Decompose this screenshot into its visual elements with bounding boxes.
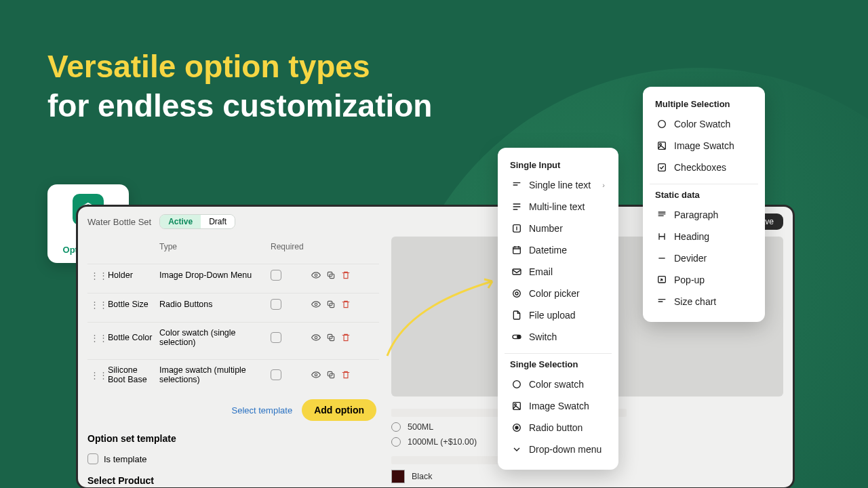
row-type: Image Drop-Down Menu bbox=[159, 270, 268, 280]
menu-item-email[interactable]: Email bbox=[502, 261, 614, 283]
eye-icon[interactable] bbox=[311, 270, 321, 280]
menu-group-single-selection: Single Selection bbox=[510, 359, 606, 369]
menu-item-color-swatch[interactable]: Color swatch bbox=[502, 373, 614, 395]
drag-handle-icon[interactable]: ⋮⋮ bbox=[90, 270, 105, 281]
menu-item-switch[interactable]: Switch bbox=[502, 326, 614, 348]
menu-group-static-data: Static data bbox=[655, 190, 753, 200]
table-row: ⋮⋮ Holder Image Drop-Down Menu bbox=[87, 264, 379, 286]
svg-point-16 bbox=[515, 292, 518, 295]
color-swatch[interactable] bbox=[391, 470, 405, 483]
row-name: Bottle Size bbox=[108, 300, 157, 309]
menu-item-datetime[interactable]: Datetime bbox=[502, 239, 614, 261]
svg-point-26 bbox=[660, 144, 662, 146]
svg-point-0 bbox=[315, 274, 317, 277]
copy-icon[interactable] bbox=[326, 270, 336, 280]
row-name: Bottle Color bbox=[108, 333, 157, 342]
menu-item-heading[interactable]: Heading bbox=[647, 226, 761, 247]
row-type: Image swatch (multiple selections) bbox=[159, 365, 268, 384]
required-checkbox[interactable] bbox=[271, 270, 281, 281]
required-checkbox[interactable] bbox=[271, 299, 281, 310]
svg-point-24 bbox=[658, 121, 666, 128]
menu-group-single-input: Single Input bbox=[510, 160, 606, 170]
trash-icon[interactable] bbox=[341, 370, 351, 380]
select-product-title: Select Product bbox=[87, 475, 379, 486]
menu-item-image-swatch-multi[interactable]: Image Swatch bbox=[647, 135, 761, 157]
menu-item-image-swatch[interactable]: Image Swatch bbox=[502, 395, 614, 417]
chevron-right-icon: › bbox=[602, 181, 605, 189]
menu-item-radio-button[interactable]: Radio button bbox=[502, 417, 614, 439]
eye-icon[interactable] bbox=[311, 300, 321, 309]
svg-point-3 bbox=[315, 303, 317, 306]
drag-handle-icon[interactable]: ⋮⋮ bbox=[90, 300, 105, 310]
table-row: ⋮⋮ Bottle Color Color swatch (single sel… bbox=[87, 322, 379, 352]
table-row: ⋮⋮ Bottle Size Radio Buttons bbox=[87, 293, 379, 315]
is-template-label: Is template bbox=[104, 454, 147, 464]
optionset-title[interactable]: Water Bottle Set bbox=[87, 217, 151, 227]
tab-draft[interactable]: Draft bbox=[201, 215, 235, 228]
table-row: ⋮⋮ Silicone Boot Base Image swatch (mult… bbox=[87, 359, 379, 390]
headline-line2: for endless customization bbox=[47, 88, 432, 123]
menu-item-color-swatch-multi[interactable]: Color Swatch bbox=[647, 113, 761, 135]
size-radio[interactable] bbox=[391, 437, 401, 447]
required-checkbox[interactable] bbox=[271, 369, 281, 380]
row-type: Color swatch (single selection) bbox=[159, 328, 268, 347]
option-type-menu-2: Multiple Selection Color Swatch Image Sw… bbox=[643, 87, 765, 322]
select-template-link[interactable]: Select template bbox=[232, 405, 293, 415]
trash-icon[interactable] bbox=[341, 300, 351, 309]
th-required: Required bbox=[271, 242, 309, 251]
svg-rect-27 bbox=[658, 164, 666, 171]
row-name: Holder bbox=[108, 270, 157, 280]
required-checkbox[interactable] bbox=[271, 332, 281, 343]
th-type: Type bbox=[159, 242, 268, 251]
svg-point-18 bbox=[517, 336, 520, 338]
menu-item-popup[interactable]: Pop-up bbox=[647, 269, 761, 291]
template-section-title: Option set template bbox=[87, 433, 379, 444]
table-header: Type Required bbox=[87, 237, 379, 257]
menu-item-number[interactable]: Number bbox=[502, 218, 614, 239]
svg-point-9 bbox=[315, 373, 317, 376]
headline-line1: Versatile option types bbox=[47, 49, 370, 84]
tab-active[interactable]: Active bbox=[160, 215, 201, 228]
svg-rect-14 bbox=[513, 269, 521, 274]
status-tabs: Active Draft bbox=[159, 214, 235, 229]
menu-item-color-picker[interactable]: Color picker bbox=[502, 283, 614, 304]
svg-point-23 bbox=[515, 426, 518, 429]
menu-group-multiple-selection: Multiple Selection bbox=[655, 99, 753, 109]
headline: Versatile option types for endless custo… bbox=[47, 47, 432, 125]
drag-handle-icon[interactable]: ⋮⋮ bbox=[90, 370, 105, 380]
menu-item-file-upload[interactable]: File upload bbox=[502, 304, 614, 326]
copy-icon[interactable] bbox=[326, 333, 336, 342]
row-type: Radio Buttons bbox=[159, 300, 268, 309]
svg-rect-13 bbox=[513, 247, 521, 253]
drag-handle-icon[interactable]: ⋮⋮ bbox=[90, 333, 105, 343]
menu-item-dropdown-menu[interactable]: Drop-down menu bbox=[502, 439, 614, 460]
menu-item-single-line-text[interactable]: Single line text› bbox=[502, 174, 614, 196]
svg-point-15 bbox=[513, 290, 521, 298]
trash-icon[interactable] bbox=[341, 333, 351, 342]
eye-icon[interactable] bbox=[311, 370, 321, 380]
trash-icon[interactable] bbox=[341, 270, 351, 280]
copy-icon[interactable] bbox=[326, 370, 336, 380]
row-name: Silicone Boot Base bbox=[108, 365, 157, 384]
copy-icon[interactable] bbox=[326, 300, 336, 309]
svg-point-21 bbox=[515, 404, 517, 406]
menu-item-multi-line-text[interactable]: Multi-line text bbox=[502, 196, 614, 218]
menu-item-paragraph[interactable]: Paragraph bbox=[647, 204, 761, 226]
option-type-menu-1: Single Input Single line text› Multi-lin… bbox=[498, 148, 618, 470]
menu-item-checkboxes[interactable]: Checkboxes bbox=[647, 157, 761, 178]
svg-point-6 bbox=[315, 336, 317, 339]
is-template-checkbox[interactable] bbox=[87, 453, 98, 464]
menu-item-divider[interactable]: Devider bbox=[647, 247, 761, 269]
menu-item-size-chart[interactable]: Size chart bbox=[647, 291, 761, 312]
svg-point-19 bbox=[513, 381, 521, 388]
add-option-button[interactable]: Add option bbox=[302, 399, 376, 421]
size-radio[interactable] bbox=[391, 422, 401, 432]
eye-icon[interactable] bbox=[311, 333, 321, 342]
